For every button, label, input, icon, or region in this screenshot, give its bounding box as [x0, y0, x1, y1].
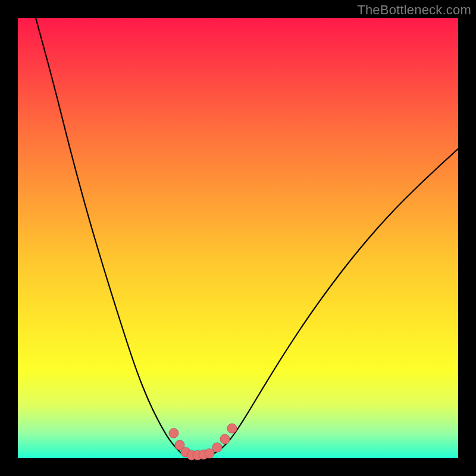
data-dot	[220, 434, 230, 444]
chart-area	[18, 18, 458, 458]
data-dot	[212, 443, 222, 452]
curve-right	[214, 149, 458, 453]
data-dots	[169, 424, 237, 460]
watermark-text: TheBottleneck.com	[357, 2, 471, 18]
data-dot	[169, 428, 178, 438]
data-dot	[205, 449, 214, 458]
plot-svg	[18, 18, 458, 458]
curve-left	[36, 18, 181, 453]
data-dot	[227, 424, 237, 433]
